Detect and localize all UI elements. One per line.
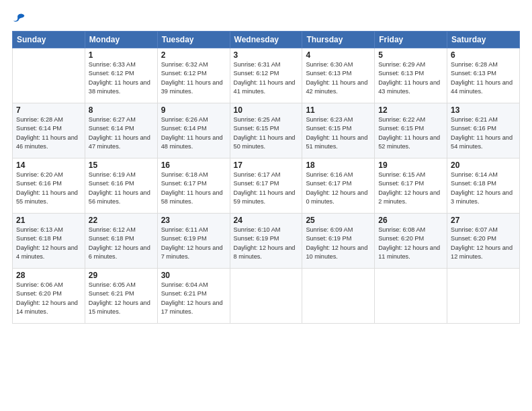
- day-number: 7: [16, 105, 81, 115]
- weekday-header-saturday: Saturday: [447, 32, 520, 48]
- day-number: 14: [16, 161, 81, 170]
- weekday-header-thursday: Thursday: [302, 32, 375, 48]
- day-number: 13: [451, 105, 516, 115]
- calendar-cell: 13Sunrise: 6:21 AM Sunset: 6:16 PM Dayli…: [447, 103, 520, 158]
- calendar-cell: 26Sunrise: 6:08 AM Sunset: 6:20 PM Dayli…: [375, 214, 447, 269]
- logo-bird-icon: [12, 12, 27, 27]
- day-number: 8: [89, 105, 154, 115]
- day-number: 2: [161, 50, 226, 60]
- calendar-cell: 20Sunrise: 6:14 AM Sunset: 6:18 PM Dayli…: [447, 158, 520, 214]
- day-number: 10: [234, 105, 299, 115]
- day-number: 3: [234, 50, 299, 60]
- calendar-cell: 27Sunrise: 6:07 AM Sunset: 6:20 PM Dayli…: [447, 214, 520, 269]
- calendar-table: SundayMondayTuesdayWednesdayThursdayFrid…: [12, 31, 520, 324]
- calendar-cell: 30Sunrise: 6:04 AM Sunset: 6:21 PM Dayli…: [157, 269, 230, 324]
- calendar-cell: [302, 269, 375, 324]
- logo: [12, 12, 30, 27]
- calendar-cell: [13, 48, 85, 103]
- day-number: 17: [234, 161, 299, 170]
- day-info: Sunrise: 6:33 AM Sunset: 6:12 PM Dayligh…: [89, 60, 154, 96]
- calendar-cell: [230, 269, 302, 324]
- calendar-cell: 29Sunrise: 6:05 AM Sunset: 6:21 PM Dayli…: [85, 269, 157, 324]
- calendar-cell: [375, 269, 447, 324]
- calendar-cell: 5Sunrise: 6:29 AM Sunset: 6:13 PM Daylig…: [375, 48, 447, 103]
- day-info: Sunrise: 6:22 AM Sunset: 6:15 PM Dayligh…: [378, 116, 443, 151]
- calendar-cell: 4Sunrise: 6:30 AM Sunset: 6:13 PM Daylig…: [302, 48, 375, 103]
- day-info: Sunrise: 6:15 AM Sunset: 6:17 PM Dayligh…: [378, 171, 443, 206]
- day-info: Sunrise: 6:13 AM Sunset: 6:18 PM Dayligh…: [16, 226, 81, 261]
- calendar-cell: 11Sunrise: 6:23 AM Sunset: 6:15 PM Dayli…: [302, 103, 375, 158]
- day-number: 25: [306, 216, 371, 225]
- day-info: Sunrise: 6:23 AM Sunset: 6:15 PM Dayligh…: [306, 116, 371, 151]
- day-info: Sunrise: 6:06 AM Sunset: 6:20 PM Dayligh…: [16, 281, 81, 316]
- calendar-cell: 7Sunrise: 6:28 AM Sunset: 6:14 PM Daylig…: [13, 103, 85, 158]
- header: [12, 12, 520, 27]
- weekday-header-wednesday: Wednesday: [230, 32, 302, 48]
- calendar-week-0: 1Sunrise: 6:33 AM Sunset: 6:12 PM Daylig…: [13, 48, 520, 103]
- page: SundayMondayTuesdayWednesdayThursdayFrid…: [0, 0, 532, 411]
- day-number: 15: [89, 161, 154, 170]
- day-info: Sunrise: 6:07 AM Sunset: 6:20 PM Dayligh…: [451, 226, 516, 261]
- day-info: Sunrise: 6:18 AM Sunset: 6:17 PM Dayligh…: [161, 171, 226, 206]
- day-info: Sunrise: 6:12 AM Sunset: 6:18 PM Dayligh…: [89, 226, 154, 261]
- day-info: Sunrise: 6:16 AM Sunset: 6:17 PM Dayligh…: [306, 171, 371, 206]
- calendar-cell: 6Sunrise: 6:28 AM Sunset: 6:13 PM Daylig…: [447, 48, 520, 103]
- day-info: Sunrise: 6:08 AM Sunset: 6:20 PM Dayligh…: [378, 226, 443, 261]
- calendar-body: 1Sunrise: 6:33 AM Sunset: 6:12 PM Daylig…: [13, 48, 520, 324]
- calendar-week-1: 7Sunrise: 6:28 AM Sunset: 6:14 PM Daylig…: [13, 103, 520, 158]
- day-info: Sunrise: 6:20 AM Sunset: 6:16 PM Dayligh…: [16, 171, 81, 206]
- calendar-cell: 18Sunrise: 6:16 AM Sunset: 6:17 PM Dayli…: [302, 158, 375, 214]
- day-info: Sunrise: 6:14 AM Sunset: 6:18 PM Dayligh…: [451, 171, 516, 206]
- calendar-cell: 15Sunrise: 6:19 AM Sunset: 6:16 PM Dayli…: [85, 158, 157, 214]
- calendar-cell: 28Sunrise: 6:06 AM Sunset: 6:20 PM Dayli…: [13, 269, 85, 324]
- calendar-cell: 16Sunrise: 6:18 AM Sunset: 6:17 PM Dayli…: [157, 158, 230, 214]
- calendar-cell: 21Sunrise: 6:13 AM Sunset: 6:18 PM Dayli…: [13, 214, 85, 269]
- day-info: Sunrise: 6:27 AM Sunset: 6:14 PM Dayligh…: [89, 116, 154, 151]
- day-number: 21: [16, 216, 81, 225]
- calendar-cell: 14Sunrise: 6:20 AM Sunset: 6:16 PM Dayli…: [13, 158, 85, 214]
- calendar-cell: 1Sunrise: 6:33 AM Sunset: 6:12 PM Daylig…: [85, 48, 157, 103]
- calendar-cell: 2Sunrise: 6:32 AM Sunset: 6:12 PM Daylig…: [157, 48, 230, 103]
- day-info: Sunrise: 6:04 AM Sunset: 6:21 PM Dayligh…: [161, 281, 226, 316]
- day-number: 20: [451, 161, 516, 170]
- calendar-cell: 3Sunrise: 6:31 AM Sunset: 6:12 PM Daylig…: [230, 48, 302, 103]
- calendar-cell: 17Sunrise: 6:17 AM Sunset: 6:17 PM Dayli…: [230, 158, 302, 214]
- day-info: Sunrise: 6:17 AM Sunset: 6:17 PM Dayligh…: [234, 171, 299, 206]
- day-number: 6: [451, 50, 516, 60]
- day-info: Sunrise: 6:21 AM Sunset: 6:16 PM Dayligh…: [451, 116, 516, 151]
- day-number: 24: [234, 216, 299, 225]
- day-number: 12: [378, 105, 443, 115]
- day-info: Sunrise: 6:19 AM Sunset: 6:16 PM Dayligh…: [89, 171, 154, 206]
- day-info: Sunrise: 6:29 AM Sunset: 6:13 PM Dayligh…: [378, 60, 443, 96]
- day-number: 23: [161, 216, 226, 225]
- calendar-cell: 22Sunrise: 6:12 AM Sunset: 6:18 PM Dayli…: [85, 214, 157, 269]
- day-info: Sunrise: 6:28 AM Sunset: 6:14 PM Dayligh…: [16, 116, 81, 151]
- calendar-cell: 19Sunrise: 6:15 AM Sunset: 6:17 PM Dayli…: [375, 158, 447, 214]
- day-info: Sunrise: 6:26 AM Sunset: 6:14 PM Dayligh…: [161, 116, 226, 151]
- day-info: Sunrise: 6:10 AM Sunset: 6:19 PM Dayligh…: [234, 226, 299, 261]
- day-info: Sunrise: 6:25 AM Sunset: 6:15 PM Dayligh…: [234, 116, 299, 151]
- day-info: Sunrise: 6:09 AM Sunset: 6:19 PM Dayligh…: [306, 226, 371, 261]
- day-number: 1: [89, 50, 154, 60]
- day-number: 19: [378, 161, 443, 170]
- day-number: 27: [451, 216, 516, 225]
- day-number: 4: [306, 50, 371, 60]
- day-info: Sunrise: 6:32 AM Sunset: 6:12 PM Dayligh…: [161, 60, 226, 96]
- calendar-week-3: 21Sunrise: 6:13 AM Sunset: 6:18 PM Dayli…: [13, 214, 520, 269]
- weekday-header-friday: Friday: [375, 32, 447, 48]
- day-number: 5: [378, 50, 443, 60]
- calendar-cell: [447, 269, 520, 324]
- calendar-cell: 8Sunrise: 6:27 AM Sunset: 6:14 PM Daylig…: [85, 103, 157, 158]
- day-number: 9: [161, 105, 226, 115]
- day-info: Sunrise: 6:31 AM Sunset: 6:12 PM Dayligh…: [234, 60, 299, 96]
- day-info: Sunrise: 6:05 AM Sunset: 6:21 PM Dayligh…: [89, 281, 154, 316]
- day-number: 29: [89, 271, 154, 280]
- day-info: Sunrise: 6:28 AM Sunset: 6:13 PM Dayligh…: [451, 60, 516, 96]
- weekday-header-sunday: Sunday: [13, 32, 85, 48]
- calendar-cell: 10Sunrise: 6:25 AM Sunset: 6:15 PM Dayli…: [230, 103, 302, 158]
- day-number: 22: [89, 216, 154, 225]
- calendar-cell: 24Sunrise: 6:10 AM Sunset: 6:19 PM Dayli…: [230, 214, 302, 269]
- calendar-header-row: SundayMondayTuesdayWednesdayThursdayFrid…: [13, 32, 520, 48]
- calendar-cell: 23Sunrise: 6:11 AM Sunset: 6:19 PM Dayli…: [157, 214, 230, 269]
- day-number: 11: [306, 105, 371, 115]
